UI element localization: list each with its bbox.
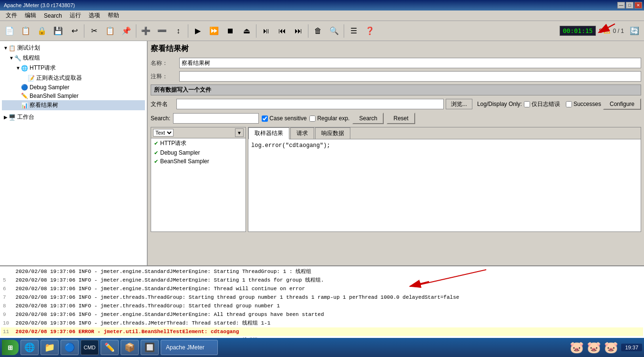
taskbar-package[interactable]: 📦 xyxy=(121,340,139,355)
collapse-btn[interactable]: ➖ xyxy=(154,23,170,39)
errors-only-check[interactable] xyxy=(524,101,530,107)
result-http-request[interactable]: ✔ HTTP请求 xyxy=(151,138,245,148)
taskbar-screen[interactable]: 🔲 xyxy=(141,340,159,355)
taskbar-cmd[interactable]: CMD xyxy=(81,340,99,355)
log-text-10: 2020/02/08 19:37:06 INFO - jmeter.thread… xyxy=(16,320,271,326)
line-num-5: 5 xyxy=(3,276,12,284)
menu-search[interactable]: Search xyxy=(40,11,66,20)
name-input[interactable] xyxy=(179,58,641,68)
column-selector[interactable]: Text xyxy=(153,129,174,136)
successes-check[interactable] xyxy=(566,101,572,107)
copy-btn[interactable]: 📋 xyxy=(102,23,118,39)
tree-label-beanshell-sampler: BeanShell Sampler xyxy=(30,93,79,99)
browse-button[interactable]: 浏览... xyxy=(446,99,472,109)
shutdown-btn[interactable]: ⏏ xyxy=(239,23,254,39)
case-sensitive-check[interactable] xyxy=(262,116,268,122)
tree-item-beanshell-sampler[interactable]: ✏️ BeanShell Sampler xyxy=(2,92,145,100)
tree-item-workbench[interactable]: ▶ 🖥️ 工作台 xyxy=(2,112,145,122)
case-sensitive-label: Case sensitive xyxy=(269,115,307,122)
maximize-button[interactable]: □ xyxy=(626,2,634,9)
result-tree-icon: 📊 xyxy=(21,102,28,109)
expand-btn[interactable]: ➕ xyxy=(138,23,153,39)
expand-icon3: ▼ xyxy=(15,65,21,71)
tree-label-regex: 正则表达式提取器 xyxy=(36,74,82,82)
expand-icon2: ▼ xyxy=(9,55,14,61)
case-sensitive-checkbox[interactable]: Case sensitive xyxy=(262,115,307,122)
clear-btn[interactable]: 🗑 xyxy=(310,23,326,39)
tree-item-test-plan[interactable]: ▼ 📋 测试计划 xyxy=(2,43,145,53)
log-text-4: 2020/02/08 19:37:06 INFO - jmeter.engine… xyxy=(16,269,312,274)
tree-label-http-request: HTTP请求 xyxy=(30,64,56,72)
regular-exp-check[interactable] xyxy=(309,116,316,122)
close-button[interactable]: ✕ xyxy=(634,2,642,9)
menu-run[interactable]: 运行 xyxy=(66,10,85,21)
regular-exp-checkbox[interactable]: Regular exp. xyxy=(309,115,349,122)
tree-item-debug-sampler[interactable]: 🔵 Debug Sampler xyxy=(2,83,145,92)
counter-reset-btn[interactable]: 🔄 xyxy=(627,23,642,39)
tree-item-regex[interactable]: 📝 正则表达式提取器 xyxy=(2,73,145,83)
remote-exit-btn[interactable]: ⏭ xyxy=(291,23,306,39)
sep6 xyxy=(344,24,344,38)
filename-input[interactable] xyxy=(176,99,444,109)
configure-button[interactable]: Configure xyxy=(603,98,641,110)
tree-item-result-tree[interactable]: 📊 察看结果树 xyxy=(2,100,145,110)
taskbar-chrome[interactable]: 🔵 xyxy=(61,340,79,355)
log-text-7: 2020/02/08 19:37:06 INFO - jmeter.thread… xyxy=(16,294,460,300)
start-button[interactable]: ⊞ xyxy=(2,340,19,355)
revert-btn[interactable]: ↩ xyxy=(67,23,82,39)
tab-sampler-result[interactable]: 取样器结果 xyxy=(248,127,289,139)
taskbar-pencil[interactable]: ✏️ xyxy=(101,340,119,355)
stop-btn[interactable]: ⏹ xyxy=(223,23,238,39)
comment-input[interactable] xyxy=(179,71,641,82)
menu-bar: 文件 编辑 Search 运行 选项 帮助 xyxy=(0,10,644,21)
taskbar-explorer[interactable]: 📁 xyxy=(41,340,59,355)
paste-btn[interactable]: 📌 xyxy=(119,23,134,39)
column-menu-btn[interactable]: ▼ xyxy=(235,128,244,137)
expand-icon5 xyxy=(15,85,21,90)
errors-only-checkbox[interactable]: 仅日志错误 xyxy=(524,100,560,108)
log-text-6: 2020/02/08 19:37:06 INFO - jmeter.engine… xyxy=(16,286,305,292)
result-debug-sampler[interactable]: ✔ Debug Sampler xyxy=(151,148,245,157)
function-btn[interactable]: 🔍 xyxy=(327,23,342,39)
list-btn[interactable]: ☰ xyxy=(346,23,361,39)
menu-help[interactable]: 帮助 xyxy=(104,10,123,21)
taskbar-ie[interactable]: 🌐 xyxy=(20,340,39,355)
help-btn[interactable]: ❓ xyxy=(362,23,378,39)
expand-icon7 xyxy=(15,103,21,108)
left-panel: ▼ 📋 测试计划 ▼ 🔧 线程组 ▼ 🌐 HTTP请求 📝 正则表达式提取器 xyxy=(0,41,148,265)
tree-item-thread-group[interactable]: ▼ 🔧 线程组 xyxy=(2,53,145,63)
regular-exp-label: Regular exp. xyxy=(317,115,349,122)
cut-btn[interactable]: ✂ xyxy=(86,23,102,39)
tab-response-data[interactable]: 响应数据 xyxy=(315,127,350,139)
play-no-pause-btn[interactable]: ⏩ xyxy=(206,23,222,39)
line-num-7: 7 xyxy=(3,294,12,301)
remote-stop-btn[interactable]: ⏮ xyxy=(275,23,290,39)
log-line-11: 11 2020/02/08 19:37:06 ERROR - jmeter.ut… xyxy=(1,327,643,336)
log-line-7: 7 2020/02/08 19:37:06 INFO - jmeter.thre… xyxy=(1,293,643,302)
successes-checkbox[interactable]: Successes xyxy=(566,101,601,107)
minimize-button[interactable]: — xyxy=(617,2,625,9)
menu-edit[interactable]: 编辑 xyxy=(21,10,40,21)
success-icon-beanshell: ✔ xyxy=(154,158,158,165)
tree-label-result-tree: 察看结果树 xyxy=(30,101,58,109)
search-button[interactable]: Search xyxy=(352,113,384,124)
reset-button[interactable]: Reset xyxy=(387,113,415,124)
new-btn[interactable]: 📄 xyxy=(2,23,17,39)
regex-icon: 📝 xyxy=(28,75,35,82)
menu-options[interactable]: 选项 xyxy=(85,10,104,21)
result-beanshell-sampler[interactable]: ✔ BeanShell Sampler xyxy=(151,157,245,166)
tree-item-http-request[interactable]: ▼ 🌐 HTTP请求 xyxy=(2,63,145,73)
tab-request[interactable]: 请求 xyxy=(290,127,314,139)
search-input[interactable] xyxy=(173,113,259,124)
save-btn[interactable]: 💾 xyxy=(51,23,66,39)
taskbar-jmeter-app[interactable]: Apache JMeter xyxy=(161,340,218,355)
remote-start-btn[interactable]: ⏯ xyxy=(258,23,274,39)
lock-btn[interactable]: 🔒 xyxy=(34,23,50,39)
toggle-btn[interactable]: ↕ xyxy=(171,23,186,39)
taskbar-app-label: Apache JMeter xyxy=(166,344,204,351)
tab-panel: 取样器结果 请求 响应数据 log.error("cdtaogang"); xyxy=(248,127,641,232)
template-btn[interactable]: 📋 xyxy=(18,23,33,39)
play-btn[interactable]: ▶ xyxy=(190,23,205,39)
menu-file[interactable]: 文件 xyxy=(2,10,21,21)
search-row: Search: Case sensitive Regular exp. Sear… xyxy=(151,113,641,124)
